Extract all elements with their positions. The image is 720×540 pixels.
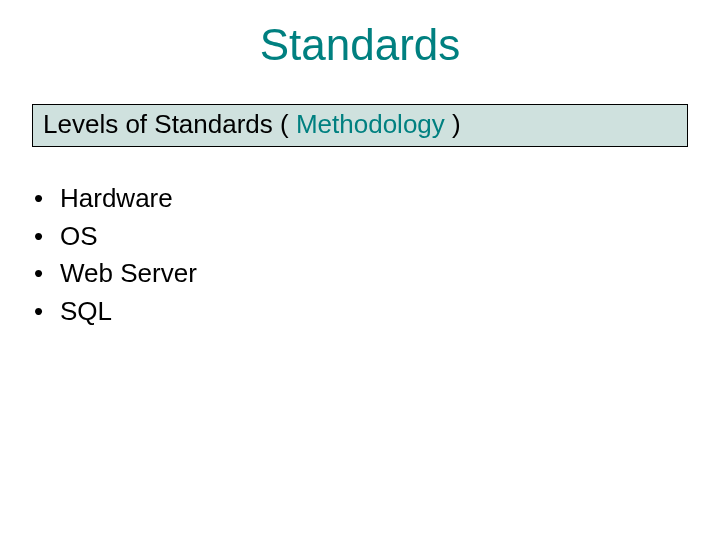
bullet-icon: • [34, 255, 60, 293]
list-item-label: Web Server [60, 255, 197, 293]
list-item-label: SQL [60, 293, 112, 331]
page-title: Standards [0, 20, 720, 70]
subtitle-box: Levels of Standards ( Methodology ) [32, 104, 688, 147]
subtitle-suffix: ) [445, 109, 461, 139]
list-item: • Web Server [34, 255, 197, 293]
list-item: • OS [34, 218, 197, 256]
bullet-icon: • [34, 293, 60, 331]
bullet-icon: • [34, 218, 60, 256]
list-item-label: Hardware [60, 180, 173, 218]
subtitle-keyword: Methodology [296, 109, 445, 139]
slide: Standards Levels of Standards ( Methodol… [0, 0, 720, 540]
subtitle-prefix: Levels of Standards ( [43, 109, 296, 139]
list-item-label: OS [60, 218, 98, 256]
bullet-icon: • [34, 180, 60, 218]
list-item: • SQL [34, 293, 197, 331]
bullet-list: • Hardware • OS • Web Server • SQL [34, 180, 197, 331]
list-item: • Hardware [34, 180, 197, 218]
